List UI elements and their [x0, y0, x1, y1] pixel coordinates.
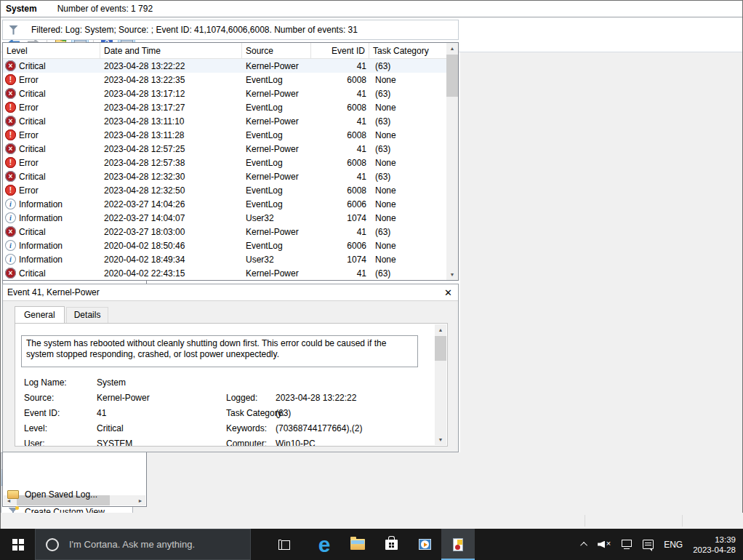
- start-button[interactable]: [0, 529, 35, 560]
- cell-datetime: 2023-04-28 12:32:30: [104, 172, 185, 182]
- event-row[interactable]: Error2023-04-28 13:17:27EventLog6008None: [3, 100, 446, 114]
- detail-field-row: User:SYSTEMComputer:Win10-PC: [15, 439, 433, 447]
- movies-tv-icon: [419, 539, 431, 550]
- cell-task-category: None: [375, 75, 396, 85]
- cell-datetime: 2020-04-02 18:50:46: [104, 241, 185, 251]
- event-row[interactable]: Error2023-04-28 12:32:50EventLog6008None: [3, 183, 446, 197]
- event-row[interactable]: Critical2023-04-28 13:22:22Kernel-Power4…: [3, 59, 446, 73]
- column-header-date-and-time[interactable]: Date and Time: [100, 43, 242, 59]
- column-header-level[interactable]: Level: [3, 43, 100, 59]
- status-bar: [1, 513, 743, 529]
- task-view-button[interactable]: [268, 529, 302, 560]
- filter-notification-bar: Filtered: Log: System; Source: ; Event I…: [2, 20, 459, 40]
- file-explorer-button[interactable]: [341, 529, 374, 560]
- event-row[interactable]: Error2023-04-28 13:11:28EventLog6008None: [3, 128, 446, 142]
- cell-level: Information: [19, 255, 63, 265]
- scroll-down-arrow[interactable]: ▼: [435, 434, 446, 445]
- openfolder-icon: [7, 489, 19, 500]
- list-vertical-scrollbar[interactable]: ▲ ▼: [446, 43, 458, 280]
- cell-datetime: 2020-04-02 18:49:34: [104, 255, 185, 265]
- field-label: Keywords:: [226, 423, 267, 433]
- cell-level: Error: [19, 103, 39, 113]
- scroll-up-arrow[interactable]: ▲: [446, 43, 458, 54]
- critical-icon: [5, 268, 16, 279]
- cell-event-id: 6006: [311, 241, 366, 251]
- cell-source: EventLog: [246, 241, 283, 251]
- field-label: Computer:: [226, 439, 267, 447]
- event-row[interactable]: Error2023-04-28 12:57:38EventLog6008None: [3, 156, 446, 169]
- cell-source: EventLog: [246, 199, 283, 209]
- event-row[interactable]: Information2022-03-27 14:04:07User321074…: [3, 211, 446, 225]
- tab-details[interactable]: Details: [66, 307, 109, 323]
- action-center-icon[interactable]: [643, 540, 654, 549]
- cell-task-category: (63): [375, 144, 390, 154]
- cell-source: EventLog: [246, 158, 283, 168]
- volume-muted-icon[interactable]: [598, 540, 611, 550]
- language-indicator[interactable]: ENG: [664, 540, 683, 550]
- information-icon: [5, 240, 16, 251]
- scroll-down-arrow[interactable]: ▼: [446, 269, 458, 280]
- critical-icon: [5, 88, 16, 99]
- cell-task-category: None: [375, 130, 396, 140]
- cell-source: EventLog: [246, 75, 283, 85]
- cell-datetime: 2023-04-28 13:22:22: [104, 61, 185, 71]
- field-label: Source:: [24, 393, 54, 403]
- cell-event-id: 6008: [311, 75, 366, 85]
- event-row[interactable]: Information2020-04-02 18:50:46EventLog60…: [3, 239, 446, 252]
- event-viewer-taskbar-button[interactable]: [441, 529, 475, 560]
- field-value: Win10-PC: [276, 439, 316, 447]
- event-description[interactable]: The system has rebooted without cleanly …: [21, 335, 418, 367]
- cortana-placeholder: I'm Cortana. Ask me anything.: [69, 539, 195, 550]
- information-icon: [5, 199, 16, 209]
- column-header-task-category[interactable]: Task Category: [369, 43, 448, 59]
- scroll-up-arrow[interactable]: ▲: [435, 324, 446, 335]
- cell-source: EventLog: [246, 185, 283, 196]
- event-count: Number of events: 1 792: [57, 4, 153, 14]
- event-row[interactable]: Error2023-04-28 13:22:35EventLog6008None: [3, 73, 446, 87]
- event-row[interactable]: Critical2023-04-28 13:17:12Kernel-Power4…: [3, 87, 446, 100]
- error-icon: [5, 185, 16, 196]
- cell-datetime: 2020-04-02 22:43:15: [104, 268, 185, 279]
- cell-level: Critical: [19, 144, 46, 154]
- cell-event-id: 41: [311, 172, 366, 182]
- event-row[interactable]: Critical2022-03-27 18:03:00Kernel-Power4…: [3, 225, 446, 239]
- detail-close-icon[interactable]: ✕: [444, 287, 452, 298]
- event-row[interactable]: Critical2020-04-02 22:43:15Kernel-Power4…: [3, 266, 446, 280]
- show-hidden-icons-chevron[interactable]: [580, 542, 587, 549]
- cell-source: Kernel-Power: [246, 89, 299, 99]
- clock[interactable]: 13:39 2023-04-28: [693, 535, 736, 555]
- critical-icon: [5, 116, 16, 127]
- cell-event-id: 6008: [311, 130, 366, 140]
- column-header-source[interactable]: Source: [242, 43, 311, 59]
- edge-icon: e: [318, 535, 331, 554]
- store-button[interactable]: [374, 529, 408, 560]
- event-row[interactable]: Critical2023-04-28 13:11:10Kernel-Power4…: [3, 114, 446, 128]
- movies-tv-button[interactable]: [408, 529, 441, 560]
- scrollbar-thumb[interactable]: [446, 55, 458, 97]
- cell-datetime: 2023-04-28 12:57:38: [104, 158, 185, 168]
- detail-vertical-scrollbar[interactable]: ▲ ▼: [435, 324, 446, 445]
- error-icon: [5, 129, 16, 140]
- scroll-right-arrow[interactable]: ►: [135, 495, 145, 505]
- scrollbar-thumb[interactable]: [435, 336, 446, 361]
- cell-source: Kernel-Power: [246, 144, 299, 154]
- event-row[interactable]: Information2022-03-27 14:04:26EventLog60…: [3, 197, 446, 211]
- event-row[interactable]: Information2020-04-02 18:49:34User321074…: [3, 252, 446, 266]
- status-divider: [682, 515, 683, 527]
- event-row[interactable]: Critical2023-04-28 12:57:25Kernel-Power4…: [3, 142, 446, 156]
- field-label: Logged:: [226, 393, 257, 403]
- network-icon[interactable]: [621, 540, 632, 549]
- windows-logo-icon: [12, 539, 17, 544]
- tab-general[interactable]: General: [15, 306, 65, 324]
- cell-datetime: 2023-04-28 13:22:35: [104, 75, 185, 85]
- cell-level: Information: [19, 241, 63, 251]
- edge-button[interactable]: e: [308, 529, 341, 560]
- event-row[interactable]: Critical2023-04-28 12:32:30Kernel-Power4…: [3, 169, 446, 183]
- field-value: Critical: [97, 423, 124, 433]
- column-header-event-id[interactable]: Event ID: [311, 43, 369, 59]
- cell-task-category: None: [375, 241, 396, 251]
- cell-event-id: 41: [311, 116, 366, 127]
- cortana-search-box[interactable]: I'm Cortana. Ask me anything.: [35, 529, 251, 560]
- action-open-saved-log[interactable]: Open Saved Log...: [1, 486, 132, 503]
- cell-event-id: 41: [311, 89, 366, 99]
